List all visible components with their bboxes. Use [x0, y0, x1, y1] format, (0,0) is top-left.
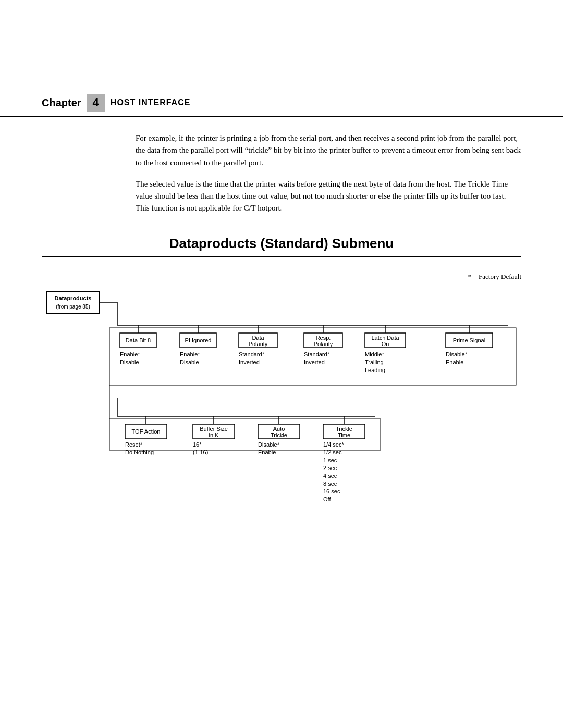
svg-text:16*: 16* — [193, 441, 202, 448]
chapter-number: 4 — [87, 94, 105, 112]
paragraph-2: The selected value is the time that the … — [136, 178, 521, 215]
svg-text:8 sec: 8 sec — [323, 480, 337, 487]
svg-text:TOF Action: TOF Action — [132, 428, 161, 435]
svg-text:Polarity: Polarity — [314, 341, 333, 347]
chapter-label: Chapter — [42, 97, 81, 109]
svg-text:1/4 sec*: 1/4 sec* — [323, 441, 344, 448]
svg-text:Standard*: Standard* — [304, 351, 330, 357]
svg-text:16 sec: 16 sec — [323, 488, 340, 495]
svg-text:1 sec: 1 sec — [323, 457, 337, 463]
svg-text:Trickle: Trickle — [271, 432, 287, 438]
factory-default-note: * = Factory Default — [42, 273, 521, 281]
page: Chapter 4 Host Interface For example, if… — [0, 94, 563, 728]
svg-text:Inverted: Inverted — [239, 359, 260, 365]
svg-text:Prime Signal: Prime Signal — [453, 337, 485, 343]
svg-text:Inverted: Inverted — [304, 359, 325, 365]
svg-text:Enable*: Enable* — [180, 351, 200, 357]
svg-text:Middle*: Middle* — [365, 351, 384, 357]
svg-text:Resp.: Resp. — [316, 335, 331, 341]
body-text: For example, if the printer is printing … — [136, 132, 521, 215]
svg-text:PI Ignored: PI Ignored — [185, 337, 212, 343]
svg-text:4 sec: 4 sec — [323, 473, 337, 479]
chapter-header: Chapter 4 Host Interface — [0, 94, 563, 117]
chapter-title: Host Interface — [111, 98, 191, 107]
svg-text:Data: Data — [252, 335, 264, 341]
svg-text:Trickle: Trickle — [336, 426, 352, 432]
svg-text:Auto: Auto — [273, 426, 285, 432]
paragraph-1: For example, if the printer is printing … — [136, 132, 521, 169]
svg-text:in K: in K — [209, 432, 219, 438]
svg-text:Standard*: Standard* — [239, 351, 265, 357]
svg-text:Disable*: Disable* — [446, 351, 468, 357]
svg-text:Dataproducts: Dataproducts — [55, 295, 92, 301]
section-heading: Dataproducts (Standard) Submenu — [42, 236, 521, 257]
svg-text:Time: Time — [338, 432, 350, 438]
svg-text:Leading: Leading — [365, 367, 385, 373]
svg-text:Enable*: Enable* — [120, 351, 140, 357]
svg-text:Enable: Enable — [446, 359, 463, 365]
svg-text:(from page 85): (from page 85) — [56, 304, 90, 310]
svg-text:Data Bit 8: Data Bit 8 — [126, 337, 151, 343]
svg-text:Disable: Disable — [180, 359, 199, 365]
svg-text:Trailing: Trailing — [365, 359, 384, 365]
svg-text:Polarity: Polarity — [249, 341, 268, 347]
diagram-area: * = Factory Default Dataproducts (from p… — [42, 273, 521, 507]
svg-text:Reset*: Reset* — [125, 441, 143, 448]
svg-text:2 sec: 2 sec — [323, 465, 337, 471]
diagram-svg: Dataproducts (from page 85) Data Bit 8 E… — [42, 286, 521, 505]
svg-text:Off: Off — [323, 496, 331, 502]
svg-text:Disable*: Disable* — [258, 441, 280, 448]
svg-text:Buffer Size: Buffer Size — [200, 426, 228, 432]
svg-text:Latch Data: Latch Data — [371, 335, 399, 341]
svg-text:On: On — [382, 341, 389, 347]
svg-text:Disable: Disable — [120, 359, 139, 365]
